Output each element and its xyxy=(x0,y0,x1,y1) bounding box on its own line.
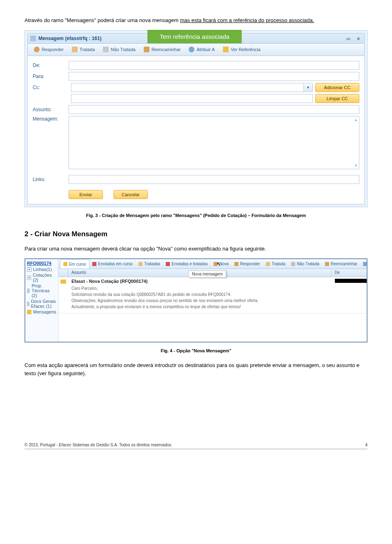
assign-icon xyxy=(189,47,194,52)
tab-label: Enviadas em curso xyxy=(98,262,133,266)
enviar-button[interactable]: Enviar xyxy=(69,190,103,199)
tab-tratada[interactable]: Tratada xyxy=(263,259,288,269)
closed-envelope-icon xyxy=(291,262,295,266)
tree-root[interactable]: RFQ000174 xyxy=(27,261,56,266)
figure4-caption: Fig. 4 - Opção "Nova Mensagem" xyxy=(24,348,368,353)
nova-tooltip: Nova mensagem xyxy=(188,271,227,278)
tab-responder[interactable]: Responder xyxy=(232,259,263,269)
tab-label: Não Tratada xyxy=(297,262,319,266)
tree-label: Linhas(1) xyxy=(33,267,52,272)
cc-list-input[interactable] xyxy=(71,94,313,103)
dialog-toolbar: Responder Tratada Não Tratada Reencaminh… xyxy=(27,44,365,56)
ver-referencia-label: Ver Referência xyxy=(231,47,261,52)
envelope-icon xyxy=(60,280,66,284)
tree-node-linhas[interactable]: +Linhas(1) xyxy=(27,267,56,272)
mensagem-textarea[interactable]: ▴▾ xyxy=(69,116,359,169)
adicionar-cc-button[interactable]: Adicionar CC xyxy=(315,83,359,92)
assunto-input[interactable] xyxy=(69,105,359,114)
limpar-cc-button[interactable]: Limpar CC xyxy=(315,94,359,103)
open-envelope-icon xyxy=(138,262,143,266)
cancelar-button[interactable]: Cancelar xyxy=(114,190,148,199)
tab-nao-tratada[interactable]: Não Tratada xyxy=(288,259,322,269)
scroll-up-icon[interactable]: ▴ xyxy=(354,118,358,122)
mailbox-tree: RFQ000174 +Linhas(1) +Cotações (2) Prop.… xyxy=(25,259,58,342)
tree-node-docs[interactable]: Docs Gerais Efacec (1) xyxy=(27,299,56,309)
sent-icon xyxy=(166,262,170,266)
section2-paragraph: Para criar uma nova mensagem deverá clic… xyxy=(24,245,368,253)
window-controls[interactable]: ▭ ✕ xyxy=(347,35,362,42)
forward-icon xyxy=(325,262,329,266)
de-input[interactable] xyxy=(69,61,359,70)
para-label: Para: xyxy=(33,74,69,79)
expand-icon[interactable]: + xyxy=(27,275,31,280)
closed-envelope-icon xyxy=(103,47,109,52)
col-de[interactable]: De xyxy=(332,269,368,277)
row-sender-redacted xyxy=(335,279,368,283)
intro-pre: Através do ramo "Mensagens" poderá criar… xyxy=(24,17,180,23)
preview-line: Actualmente, a proposta que enviaram é a… xyxy=(71,304,328,310)
tree-label: Prop. Técnicas (2) xyxy=(31,283,56,298)
cc-select-input[interactable] xyxy=(71,83,304,92)
responder-button[interactable]: Responder xyxy=(30,45,67,54)
assign-icon xyxy=(363,262,367,266)
reencaminhar-button[interactable]: Reencaminhar xyxy=(140,45,185,54)
preview-line: Caro Parceiro, xyxy=(71,285,328,291)
tab-label: Reencaminhar xyxy=(331,262,357,266)
tab-enviadas-curso[interactable]: Enviadas em curso xyxy=(89,259,136,269)
page-icon xyxy=(30,36,36,41)
links-label: Links: xyxy=(33,177,69,182)
links-input[interactable] xyxy=(69,175,359,184)
tab-atribuir-a[interactable]: Atribuir A xyxy=(360,259,368,269)
preview-line: Solicitamos revisão da sua cotação Q0000… xyxy=(71,291,328,298)
preview-line: Observações: Agradecemos revisão dos vos… xyxy=(71,298,328,304)
tratada-button[interactable]: Tratada xyxy=(68,45,99,54)
tab-label: Enviadas e tratadas xyxy=(172,262,207,266)
tab-enviadas-tratadas[interactable]: Enviadas e tratadas xyxy=(163,259,210,269)
col-icon xyxy=(58,269,68,277)
tab-tratadas[interactable]: Tratadas xyxy=(136,259,163,269)
open-envelope-icon xyxy=(72,47,78,52)
tab-label: Tratada xyxy=(272,262,285,266)
tree-node-prop-tec[interactable]: Prop. Técnicas (2) xyxy=(27,283,56,298)
atribuir-a-button[interactable]: Atribuir A xyxy=(185,45,218,54)
intro-underlined: mas esta ficará com a referência do proc… xyxy=(180,17,314,23)
reply-icon xyxy=(34,47,40,52)
footer-rule xyxy=(24,449,368,449)
tab-nova[interactable]: Nova↖ xyxy=(211,259,232,269)
section2-paragraph2: Com esta acção aparecerá um formulário o… xyxy=(24,361,368,377)
tree-node-mensagens[interactable]: Mensagens xyxy=(27,309,56,314)
footer-page-number: 4 xyxy=(365,443,368,447)
tab-reencaminhar[interactable]: Reencaminhar xyxy=(322,259,360,269)
forward-icon xyxy=(144,47,149,52)
atribuir-a-label: Atribuir A xyxy=(196,47,215,52)
open-envelope-icon xyxy=(266,262,270,266)
page-footer: © 2013, Portugal - Efacec Sistemas de Ge… xyxy=(24,443,368,447)
nao-tratada-button[interactable]: Não Tratada xyxy=(99,45,139,54)
cc-label: Cc: xyxy=(33,85,69,90)
expand-icon[interactable]: + xyxy=(27,267,31,272)
folder-icon xyxy=(27,289,30,293)
assunto-label: Assunto: xyxy=(33,107,69,112)
tree-label: Docs Gerais Efacec (1) xyxy=(31,299,56,309)
mailbox-list: Efasst - Nova Cotação (RFQ000174) Caro P… xyxy=(58,277,368,342)
tratada-label: Tratada xyxy=(80,47,95,52)
section2-heading: 2 - Criar Nova Mensagem xyxy=(24,230,368,238)
tab-em-curso[interactable]: Em curso xyxy=(60,259,89,269)
tree-node-cotacoes[interactable]: +Cotações (2) xyxy=(27,273,56,282)
mailbox-row[interactable]: Efasst - Nova Cotação (RFQ000174) Caro P… xyxy=(58,277,368,313)
dialog-form: De: Para: Cc: ▾ Adicionar CC Limpar CC A… xyxy=(27,56,365,204)
scroll-down-icon[interactable]: ▾ xyxy=(354,163,358,168)
para-input[interactable] xyxy=(69,72,359,81)
footer-copyright: © 2013, Portugal - Efacec Sistemas de Ge… xyxy=(24,443,172,447)
nao-tratada-label: Não Tratada xyxy=(111,47,136,52)
folder-icon xyxy=(27,310,31,314)
cc-dropdown-icon[interactable]: ▾ xyxy=(304,83,313,92)
envelope-icon xyxy=(63,262,67,266)
de-label: De: xyxy=(33,63,69,68)
ver-referencia-button[interactable]: Ver Referência xyxy=(219,45,264,54)
responder-label: Responder xyxy=(42,47,64,52)
tab-label: Em curso xyxy=(69,262,86,266)
row-preview: Caro Parceiro, Solicitamos revisão da su… xyxy=(71,285,328,310)
intro-paragraph: Através do ramo "Mensagens" poderá criar… xyxy=(24,16,368,25)
tree-label: Mensagens xyxy=(33,309,56,314)
